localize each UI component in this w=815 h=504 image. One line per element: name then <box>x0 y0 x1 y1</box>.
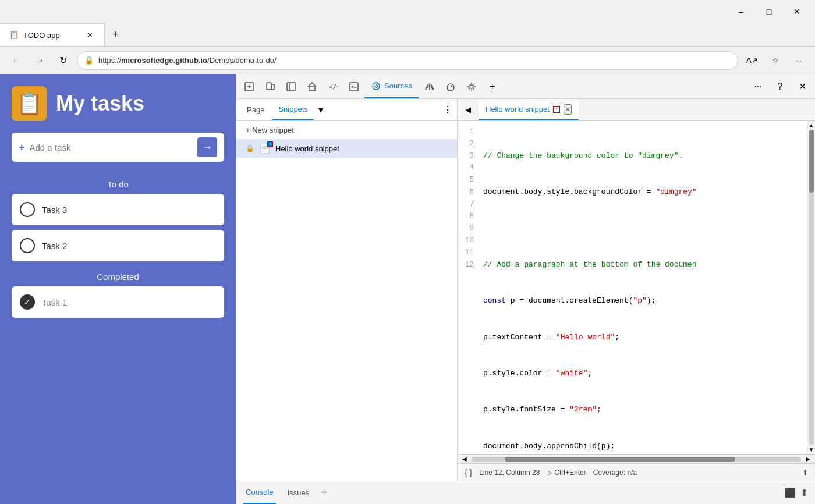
settings-button[interactable] <box>461 76 482 97</box>
vertical-scroll-thumb[interactable] <box>809 130 814 193</box>
task-item[interactable]: Task 2 <box>12 230 224 261</box>
device-icon <box>265 81 275 92</box>
devtools-help-button[interactable]: ? <box>770 76 791 97</box>
add-task-input[interactable] <box>30 143 193 152</box>
snippet-list-item[interactable]: 🔒 📄 * Hello world snippet <box>236 139 457 158</box>
line-num: 11 <box>465 247 474 259</box>
url-text: https://microsoftedge.github.io/Demos/de… <box>98 56 277 65</box>
todo-header: 📋 My tasks <box>12 86 224 121</box>
task-item-completed[interactable]: ✓ Task 1 <box>12 286 224 318</box>
devtools-more-button[interactable]: ··· <box>747 76 768 97</box>
forward-button[interactable]: → <box>30 51 49 70</box>
new-tab-button[interactable]: + <box>105 24 126 45</box>
favorite-button[interactable]: ☆ <box>766 51 785 70</box>
code-line-6: p.textContent = "Hello world"; <box>483 332 697 344</box>
sources-tabs: Page Snippets ▾ ⋮ <box>236 99 457 121</box>
bottom-upload-button[interactable]: ⬆ <box>800 487 808 498</box>
sources-tab-icon <box>371 81 381 91</box>
browser-tab[interactable]: 📋 TODO app ✕ <box>0 23 105 46</box>
editor-back-button[interactable]: ◀ <box>460 102 476 118</box>
scroll-down-arrow[interactable]: ▼ <box>809 445 814 454</box>
minimize-button[interactable]: – <box>728 2 754 21</box>
url-bar[interactable]: 🔒 https://microsoftedge.github.io/Demos/… <box>77 51 738 70</box>
editor-tab-active[interactable]: Hello world snippet * ✕ <box>479 99 579 120</box>
console-icon <box>349 81 359 92</box>
elements-button[interactable]: </> <box>323 76 343 97</box>
run-snippet-button[interactable]: ▷ Ctrl+Enter <box>547 468 586 477</box>
maximize-button[interactable]: □ <box>756 2 782 21</box>
back-button[interactable]: ← <box>7 51 26 70</box>
network-button[interactable] <box>419 76 440 97</box>
new-snippet-button[interactable]: + New snippet <box>236 121 457 139</box>
more-actions-button[interactable]: ··· <box>789 51 808 70</box>
coverage-label: Coverage: n/a <box>593 468 637 477</box>
sources-tab-label: Sources <box>384 81 412 90</box>
tab-sources[interactable]: Sources <box>364 74 419 98</box>
upload-icon[interactable]: ⬆ <box>802 468 808 477</box>
line-num: 9 <box>465 222 474 235</box>
editor-tab-close-button[interactable]: ✕ <box>564 104 572 115</box>
title-bar: – □ ✕ <box>0 0 815 23</box>
tab-close-button[interactable]: ✕ <box>84 30 95 40</box>
line-num: 2 <box>465 138 474 150</box>
device-emulation-button[interactable] <box>260 76 281 97</box>
todo-section-label: To do <box>12 179 224 189</box>
task-checkbox[interactable] <box>20 238 35 253</box>
code-lines: // Change the background color to "dimgr… <box>481 121 701 454</box>
settings-icon <box>466 81 477 92</box>
performance-button[interactable] <box>440 76 461 97</box>
toggle-sidebar-button[interactable] <box>281 76 302 97</box>
sources-menu-button[interactable]: ⋮ <box>443 104 452 115</box>
devtools-actions: ··· ? ✕ <box>747 76 813 97</box>
cursor-position: Line 12, Column 28 <box>479 468 540 477</box>
task-item[interactable]: Task 3 <box>12 194 224 225</box>
devtools-close-button[interactable]: ✕ <box>792 76 813 97</box>
add-task-button[interactable]: → <box>197 137 217 157</box>
reload-button[interactable]: ↻ <box>54 51 72 70</box>
task-checkbox-done[interactable]: ✓ <box>20 294 35 310</box>
run-label: Ctrl+Enter <box>554 468 586 477</box>
code-line-8: p.style.fontSize = "2rem"; <box>483 404 697 416</box>
console-drawer-button[interactable] <box>343 76 364 97</box>
horizontal-scrollbar[interactable]: ◀ ▶ <box>458 454 815 463</box>
title-bar-controls: – □ ✕ <box>728 2 810 21</box>
editor-body: 1 2 3 4 5 6 7 8 9 10 11 12 <box>458 121 815 454</box>
line-num: 4 <box>465 162 474 174</box>
tab-console[interactable]: Console <box>243 481 276 504</box>
snippets-dropdown[interactable]: ▾ <box>318 104 323 115</box>
vertical-scrollbar[interactable]: ▲ ▼ <box>807 121 815 454</box>
elements-icon: </> <box>328 81 338 92</box>
format-braces-button[interactable]: { } <box>465 468 472 477</box>
horizontal-scroll-track[interactable] <box>472 457 801 462</box>
vertical-scroll-track[interactable] <box>809 130 814 445</box>
horizontal-scroll-thumb[interactable] <box>505 457 735 462</box>
todo-app: 📋 My tasks + → To do Task 3 Task 2 Compl… <box>0 74 236 504</box>
bottom-panel: Console Issues + ⬛ ⬆ <box>236 481 815 504</box>
tab-bar: 📋 TODO app ✕ + <box>0 23 815 47</box>
add-task-bar: + → <box>12 133 224 162</box>
performance-icon <box>445 81 456 92</box>
completed-section-label: Completed <box>12 272 224 282</box>
tab-snippets[interactable]: Snippets <box>272 99 314 120</box>
scroll-up-arrow[interactable]: ▲ <box>809 121 814 130</box>
home-icon <box>307 81 317 92</box>
tab-page[interactable]: Page <box>241 99 270 120</box>
code-content[interactable]: 1 2 3 4 5 6 7 8 9 10 11 12 <box>458 121 807 454</box>
close-button[interactable]: ✕ <box>784 2 810 21</box>
run-triangle-icon: ▷ <box>547 468 552 477</box>
tab-favicon: 📋 <box>9 30 19 40</box>
add-bottom-tab-button[interactable]: + <box>321 487 327 499</box>
line-num: 7 <box>465 198 474 211</box>
inspect-element-button[interactable] <box>239 76 260 97</box>
scroll-left-arrow[interactable]: ◀ <box>460 456 469 462</box>
dock-button[interactable]: ⬛ <box>784 487 796 498</box>
read-aloud-button[interactable]: A↗ <box>743 51 761 70</box>
scroll-right-arrow[interactable]: ▶ <box>803 456 813 462</box>
home-button[interactable] <box>302 76 323 97</box>
code-line-5: const p = document.createElement("p"); <box>483 295 697 307</box>
tab-issues[interactable]: Issues <box>285 481 312 504</box>
add-panel-button[interactable]: + <box>482 76 503 97</box>
task-checkbox[interactable] <box>20 202 35 217</box>
svg-rect-5 <box>309 87 315 91</box>
code-editor: ◀ Hello world snippet * ✕ 1 2 3 4 <box>458 99 815 481</box>
